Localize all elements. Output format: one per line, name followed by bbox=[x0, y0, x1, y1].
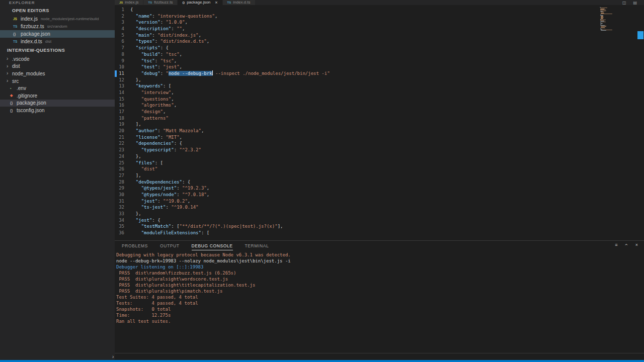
console-line: PASS dist\random\fizzbuzz.test.js (6.265… bbox=[116, 270, 644, 276]
item-name: .vscode bbox=[12, 56, 29, 62]
json-file-icon: {} bbox=[10, 108, 17, 113]
chevron-right-icon: › bbox=[7, 71, 12, 76]
close-panel-icon[interactable]: × bbox=[635, 242, 638, 247]
line-number: 9 bbox=[115, 58, 124, 64]
item-name: .env bbox=[17, 85, 26, 91]
js-file-icon: JS bbox=[119, 0, 123, 5]
open-editor-item[interactable]: {}package.json bbox=[0, 30, 115, 38]
code-text: "devDependencies": { bbox=[130, 179, 190, 186]
console-line: Time: 12.275s bbox=[116, 312, 644, 318]
line-number: 6 bbox=[115, 38, 124, 45]
panel-tab-output[interactable]: OUTPUT bbox=[160, 243, 180, 250]
debug-console-output: Debugging with legacy protocol because N… bbox=[115, 250, 644, 324]
code-line: 22 "dependencies": { bbox=[115, 140, 644, 147]
editor-tabbar: JSindex.jsTSfizzbuzz.ts{}package.json×TS… bbox=[115, 0, 644, 5]
tabbar-actions: ◫ ▤ bbox=[622, 0, 637, 5]
line-number: 36 bbox=[115, 230, 124, 236]
line-number: 2 bbox=[115, 13, 124, 20]
editor-pane: JSindex.jsTSfizzbuzz.ts{}package.json×TS… bbox=[115, 0, 644, 360]
code-line: 6 "types": "dist/index.d.ts", bbox=[115, 38, 644, 45]
code-text: "design", bbox=[130, 109, 166, 115]
console-line: Test Suites: 4 passed, 4 total bbox=[116, 294, 644, 300]
line-number: 33 bbox=[115, 211, 124, 217]
status-bar[interactable] bbox=[0, 360, 644, 362]
open-editors-header[interactable]: OPEN EDITORS bbox=[0, 7, 115, 14]
tree-item-.env[interactable]: ▪.env bbox=[0, 84, 115, 92]
clear-console-icon[interactable]: ≡ bbox=[615, 242, 617, 247]
code-line: 20 "author": "Matt Mazzola", bbox=[115, 128, 644, 134]
console-line: Snapshots: 0 total bbox=[116, 306, 644, 312]
line-number: 30 bbox=[115, 192, 124, 198]
code-editor[interactable]: 1{2 "name": "interview-questions",3 "ver… bbox=[115, 5, 644, 240]
code-text: "testMatch": ["**/dist/**/?(*.)(spec|tes… bbox=[130, 223, 283, 230]
code-line: 21 "license": "MIT", bbox=[115, 134, 644, 141]
open-editor-item[interactable]: JSindex.jsnode_modules\jest-runtime\buil… bbox=[0, 15, 115, 23]
code-line: 14 "interview", bbox=[115, 89, 644, 96]
code-text: "@types/jest": "^19.2.3", bbox=[130, 185, 209, 192]
code-text: "main": "dist/index.js", bbox=[130, 32, 201, 39]
code-text: "patterns" bbox=[130, 115, 169, 122]
line-number: 31 bbox=[115, 198, 124, 205]
tabs-container: JSindex.jsTSfizzbuzz.ts{}package.json×TS… bbox=[115, 0, 256, 5]
split-editor-icon[interactable]: ◫ bbox=[622, 1, 626, 5]
item-name: tsconfig.json bbox=[17, 108, 45, 113]
tab-index.js[interactable]: JSindex.js bbox=[115, 0, 143, 5]
console-prompt-icon: › bbox=[112, 354, 114, 359]
code-text: "ts-jest": "^19.0.14" bbox=[130, 204, 199, 211]
open-editor-item[interactable]: TSfizzbuzz.tssrc\random bbox=[0, 23, 115, 30]
open-editor-item[interactable]: TSindex.d.tsdist bbox=[0, 38, 115, 45]
minimap[interactable] bbox=[600, 7, 613, 39]
project-header[interactable]: INTERVIEW-QUESTIONS bbox=[0, 47, 115, 54]
tree-item-src[interactable]: ›src bbox=[0, 77, 115, 85]
file-path: node_modules\jest-runtime\build bbox=[41, 17, 99, 21]
item-name: .gitignore bbox=[17, 93, 37, 99]
tab-index.d.ts[interactable]: TSindex.d.ts bbox=[223, 0, 256, 5]
item-name: src bbox=[12, 78, 19, 84]
code-text: ], bbox=[130, 121, 141, 128]
code-text: "author": "Matt Mazzola", bbox=[130, 128, 204, 134]
console-line: Debugger listening on [::]:19983 bbox=[116, 264, 644, 270]
line-number: 21 bbox=[115, 134, 124, 141]
code-line: 4 "description": "", bbox=[115, 26, 644, 32]
panel-tab-debug-console[interactable]: DEBUG CONSOLE bbox=[192, 243, 233, 250]
code-text: "dist" bbox=[130, 166, 157, 172]
line-number: 7 bbox=[115, 45, 124, 51]
code-line: 36 "moduleFileExtensions": [ bbox=[115, 230, 644, 236]
line-number: 26 bbox=[115, 166, 124, 172]
tab-label: index.d.ts bbox=[233, 0, 250, 5]
console-line: PASS dist\pluralsight\pimatch.test.js bbox=[116, 288, 644, 294]
tab-label: package.json bbox=[187, 0, 210, 5]
toggle-layout-icon[interactable]: ▤ bbox=[633, 1, 637, 5]
overview-ruler-marker bbox=[637, 31, 643, 39]
tree-item-.vscode[interactable]: ›.vscode bbox=[0, 55, 115, 63]
code-line: 11 "debug": "node --debug-brk --inspect … bbox=[115, 70, 644, 77]
code-line: 3 "version": "1.0.0", bbox=[115, 19, 644, 26]
panel-tab-problems[interactable]: PROBLEMS bbox=[122, 243, 148, 250]
code-line: 2 "name": "interview-questions", bbox=[115, 13, 644, 20]
line-number: 1 bbox=[115, 7, 124, 13]
tree-item-dist[interactable]: ›dist bbox=[0, 63, 115, 70]
chevron-up-icon[interactable]: › bbox=[624, 244, 629, 245]
minimap-line bbox=[601, 30, 606, 31]
code-text: "scripts": { bbox=[130, 45, 169, 51]
code-line: 15 "questions", bbox=[115, 96, 644, 103]
code-line: 30 "@types/node": "^7.0.18", bbox=[115, 192, 644, 198]
code-line: 25 "files": [ bbox=[115, 160, 644, 166]
tree-item-tsconfig.json[interactable]: {}tsconfig.json bbox=[0, 107, 115, 114]
code-line: 27 ], bbox=[115, 172, 644, 179]
panel-tab-terminal[interactable]: TERMINAL bbox=[245, 243, 269, 250]
line-number: 25 bbox=[115, 160, 124, 166]
debug-console-input[interactable]: › bbox=[115, 353, 644, 360]
close-tab-icon[interactable]: × bbox=[215, 1, 217, 5]
code-line: 10 "test": "jest", bbox=[115, 64, 644, 70]
tree-item-package.json[interactable]: {}package.json bbox=[0, 100, 115, 107]
code-text: "@types/node": "^7.0.18", bbox=[130, 192, 209, 198]
tab-package.json[interactable]: {}package.json× bbox=[178, 0, 222, 5]
ts-file-icon: TS bbox=[227, 0, 231, 5]
tree-item-node_modules[interactable]: ›node_modules bbox=[0, 70, 115, 77]
open-editors-list: JSindex.jsnode_modules\jest-runtime\buil… bbox=[0, 15, 115, 45]
console-line: Ran all test suites. bbox=[116, 318, 644, 324]
tree-item-.gitignore[interactable]: ◆.gitignore bbox=[0, 92, 115, 100]
tab-fizzbuzz.ts[interactable]: TSfizzbuzz.ts bbox=[143, 0, 178, 5]
line-number: 4 bbox=[115, 26, 124, 32]
